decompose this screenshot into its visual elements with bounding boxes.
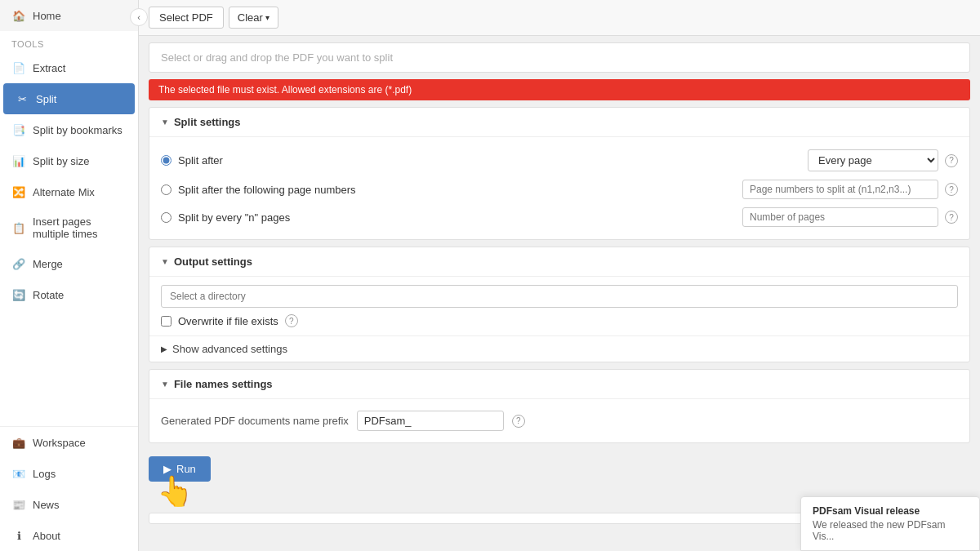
news-icon: 📰 [11, 497, 26, 512]
sidebar-item-label: Logs [33, 468, 56, 480]
sidebar-item-label: About [33, 530, 60, 542]
split-settings-chevron: ▼ [161, 118, 169, 127]
toolbar: Select PDF Clear ▾ [139, 0, 980, 36]
about-icon: ℹ [11, 528, 26, 543]
output-settings-title: Output settings [174, 256, 252, 268]
sidebar-item-label: Split by bookmarks [33, 124, 122, 136]
prefix-label: Generated PDF documents name prefix [161, 415, 349, 427]
split-every-n-radio[interactable] [161, 212, 172, 223]
sidebar-item-label: Workspace [33, 437, 86, 449]
sidebar-item-about[interactable]: ℹ About [0, 520, 138, 551]
split-every-n-label: Split by every "n" pages [178, 211, 733, 224]
split-after-radio[interactable] [161, 155, 172, 166]
page-numbers-info-icon: ? [945, 183, 958, 196]
advanced-chevron: ▶ [161, 344, 167, 353]
clear-button[interactable]: Clear ▾ [229, 7, 278, 29]
sidebar-item-logs[interactable]: 📧 Logs [0, 458, 138, 489]
select-pdf-button[interactable]: Select PDF [149, 7, 224, 29]
file-names-title: File names settings [174, 378, 273, 390]
split-after-dropdown[interactable]: Every page Every 2 pages Every 5 pages C… [808, 149, 938, 171]
sidebar-item-alternate-mix[interactable]: 🔀 Alternate Mix [0, 176, 138, 207]
clear-label: Clear [238, 11, 263, 24]
n-pages-input[interactable] [742, 207, 938, 227]
prefix-input[interactable] [357, 411, 504, 431]
overwrite-label: Overwrite if file exists [178, 315, 278, 327]
insert-pages-icon: 📋 [11, 220, 26, 235]
drop-zone[interactable]: Select or drag and drop the PDF you want… [149, 42, 970, 73]
split-settings-body: Split after Every page Every 2 pages Eve… [149, 137, 969, 239]
sidebar-item-label: Rotate [33, 289, 64, 301]
split-bookmarks-icon: 📑 [11, 122, 26, 137]
notification-bar[interactable]: PDFsam Visual release We released the ne… [800, 496, 980, 551]
sidebar-item-insert-pages[interactable]: 📋 Insert pages multiple times [0, 207, 138, 248]
sidebar-item-extract[interactable]: 📄 Extract [0, 52, 138, 83]
sidebar-item-split-bookmarks[interactable]: 📑 Split by bookmarks [0, 114, 138, 145]
output-settings-panel: ▼ Output settings Overwrite if file exis… [149, 247, 970, 362]
workspace-icon: 💼 [11, 435, 26, 450]
split-every-n-row: Split by every "n" pages ? [161, 203, 958, 231]
sidebar: ‹ 🏠 Home TOOLS 📄 Extract ✂ Split 📑 Split… [0, 0, 139, 551]
sidebar-item-label: Insert pages multiple times [33, 216, 127, 240]
tools-section-label: TOOLS [0, 31, 138, 52]
sidebar-item-rotate[interactable]: 🔄 Rotate [0, 279, 138, 310]
sidebar-item-label: Alternate Mix [33, 186, 95, 198]
cursor-hand-illustration: 👆 [157, 477, 194, 506]
sidebar-item-label: Merge [33, 258, 63, 270]
sidebar-item-merge[interactable]: 🔗 Merge [0, 248, 138, 279]
clear-dropdown-arrow: ▾ [265, 13, 270, 22]
advanced-settings-toggle[interactable]: ▶ Show advanced settings [149, 335, 969, 362]
file-names-settings-panel: ▼ File names settings Generated PDF docu… [149, 369, 970, 443]
file-names-settings-body: Generated PDF documents name prefix ? [149, 399, 969, 442]
output-settings-body: Overwrite if file exists ? [149, 277, 969, 335]
prefix-info-icon: ? [512, 415, 525, 428]
sidebar-item-split[interactable]: ✂ Split [3, 83, 135, 114]
sidebar-item-news[interactable]: 📰 News [0, 489, 138, 520]
split-icon: ✂ [15, 91, 29, 106]
sidebar-item-workspace[interactable]: 💼 Workspace [0, 427, 138, 458]
split-after-row: Split after Every page Every 2 pages Eve… [161, 145, 958, 176]
main-content: Select PDF Clear ▾ Select or drag and dr… [139, 0, 980, 551]
split-settings-header[interactable]: ▼ Split settings [149, 108, 969, 137]
sidebar-toggle[interactable]: ‹ [130, 8, 148, 26]
sidebar-item-home[interactable]: 🏠 Home [0, 0, 138, 31]
output-settings-header[interactable]: ▼ Output settings [149, 247, 969, 277]
prefix-row: Generated PDF documents name prefix ? [161, 407, 958, 434]
output-settings-chevron: ▼ [161, 257, 169, 266]
directory-input[interactable] [161, 285, 958, 308]
home-icon: 🏠 [11, 8, 26, 23]
sidebar-item-split-size[interactable]: 📊 Split by size [0, 145, 138, 176]
overwrite-checkbox[interactable] [161, 316, 172, 327]
drop-zone-text: Select or drag and drop the PDF you want… [161, 51, 393, 64]
notification-body: We released the new PDFsam Vis... [813, 519, 968, 542]
split-page-numbers-radio[interactable] [161, 184, 172, 195]
n-pages-info-icon: ? [945, 211, 958, 224]
overwrite-info-icon: ? [285, 314, 298, 327]
split-settings-panel: ▼ Split settings Split after Every page … [149, 107, 970, 240]
sidebar-item-label: Split by size [33, 155, 89, 167]
sidebar-item-label: Split [36, 93, 56, 105]
advanced-settings-label: Show advanced settings [172, 343, 287, 355]
split-page-numbers-label: Split after the following page numbers [178, 184, 733, 196]
run-label: Run [176, 463, 196, 475]
split-after-label: Split after [178, 154, 801, 167]
sidebar-item-label: Home [33, 10, 61, 22]
notification-title: PDFsam Visual release [813, 505, 968, 517]
file-names-settings-header[interactable]: ▼ File names settings [149, 370, 969, 399]
extract-icon: 📄 [11, 60, 26, 75]
split-size-icon: 📊 [11, 153, 26, 168]
error-message: The selected file must exist. Allowed ex… [149, 79, 970, 100]
rotate-icon: 🔄 [11, 287, 26, 302]
sidebar-bottom: 💼 Workspace 📧 Logs 📰 News ℹ About [0, 426, 138, 551]
alternate-mix-icon: 🔀 [11, 184, 26, 199]
run-play-icon: ▶ [163, 463, 172, 475]
merge-icon: 🔗 [11, 256, 26, 271]
split-after-info-icon: ? [945, 154, 958, 167]
sidebar-item-label: News [33, 499, 60, 511]
error-text: The selected file must exist. Allowed ex… [158, 84, 412, 96]
logs-icon: 📧 [11, 466, 26, 481]
split-settings-title: Split settings [174, 116, 241, 128]
page-numbers-input[interactable] [742, 180, 938, 199]
file-names-chevron: ▼ [161, 380, 169, 389]
split-page-numbers-row: Split after the following page numbers ? [161, 176, 958, 203]
overwrite-row: Overwrite if file exists ? [161, 314, 958, 327]
